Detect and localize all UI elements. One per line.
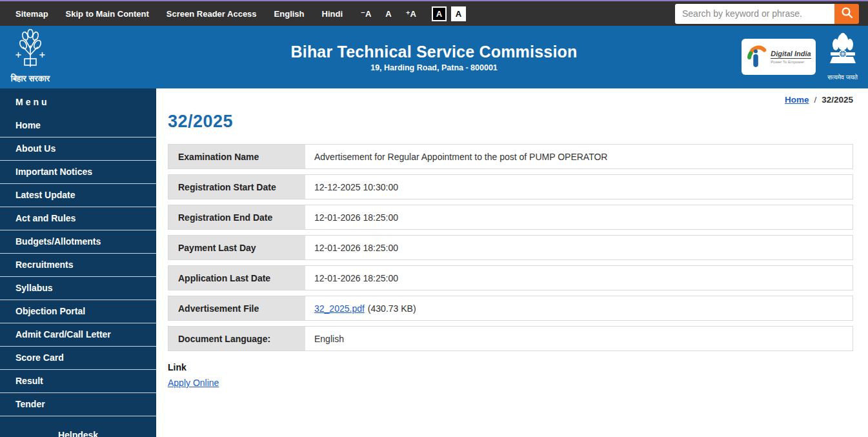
detail-label: Registration End Date: [168, 205, 305, 229]
detail-label: Registration Start Date: [168, 175, 305, 199]
header-right-logos: Digital India Power To Empower: [742, 32, 858, 81]
detail-value: 12-01-2026 18:25:00: [305, 205, 853, 229]
detail-value: English: [305, 327, 853, 351]
site-search: [675, 4, 859, 24]
sidebar-item[interactable]: Objection Portal: [0, 300, 156, 323]
site-title: Bihar Technical Service Commission: [0, 43, 868, 61]
topbar-link[interactable]: Sitemap: [15, 9, 48, 19]
detail-value-text: 12-01-2026 18:25:00: [314, 273, 398, 283]
detail-label: Document Language:: [168, 327, 305, 351]
main-content: Home / 32/2025 32/2025 Examination Name …: [156, 88, 868, 437]
menu-heading: Menu: [0, 88, 156, 114]
sidebar: Menu Home About Us Important Notices Lat…: [0, 88, 156, 437]
sidebar-item[interactable]: Budgets/Allotments: [0, 230, 156, 254]
detail-value: Advertisement for Regular Appointment to…: [305, 145, 853, 168]
digital-india-title: Digital India: [771, 50, 811, 59]
dark-theme-toggle[interactable]: A: [432, 6, 447, 21]
file-size-text: (430.73 KB): [368, 303, 416, 314]
sidebar-item[interactable]: Home: [0, 114, 156, 137]
detail-value-text: 12-01-2026 18:25:00: [314, 212, 398, 223]
sidebar-menu: Home About Us Important Notices Latest U…: [0, 114, 156, 416]
detail-row: Advertisement File 32_2025.pdf (430.73 K…: [168, 296, 853, 321]
topbar-link[interactable]: Hindi: [322, 9, 343, 19]
detail-row: Registration Start Date 12-12-2025 10:30…: [168, 174, 853, 199]
detail-value: 12-01-2026 18:25:00: [305, 266, 853, 290]
search-input[interactable]: [675, 4, 834, 24]
detail-value-text: 12-12-2025 10:30:00: [314, 182, 398, 192]
font-size-controls: ⁻AA⁺A: [361, 9, 416, 19]
detail-label: Payment Last Day: [168, 236, 305, 259]
ashoka-emblem-icon: [828, 61, 858, 72]
detail-row: Document Language: English: [168, 326, 853, 351]
detail-value: 12-01-2026 18:25:00: [305, 236, 853, 259]
detail-value: 12-12-2025 10:30:00: [305, 175, 853, 199]
header-titles: Bihar Technical Service Commission 19, H…: [0, 43, 868, 72]
sidebar-item[interactable]: About Us: [0, 137, 156, 161]
sidebar-item[interactable]: Result: [0, 370, 156, 393]
topbar-link[interactable]: Skip to Main Content: [66, 9, 149, 19]
detail-row: Application Last Date 12-01-2026 18:25:0…: [168, 265, 853, 290]
sidebar-item[interactable]: Latest Update: [0, 184, 156, 207]
topbar-links: SitemapSkip to Main ContentScreen Reader…: [15, 9, 343, 19]
site-address: 19, Harding Road, Patna - 800001: [0, 63, 868, 72]
breadcrumb-current: 32/2025: [822, 95, 853, 105]
exam-details-table: Examination Name Advertisement for Regul…: [168, 144, 853, 351]
bihar-tree-emblem-icon: [10, 61, 50, 72]
link-section: Link Apply Online: [168, 362, 853, 389]
detail-row: Registration End Date 12-01-2026 18:25:0…: [168, 205, 853, 230]
font-size-control[interactable]: ⁺A: [406, 9, 416, 19]
theme-toggles: A A: [432, 6, 466, 21]
bihar-logo-caption: बिहार सरकार: [10, 74, 50, 84]
font-size-control[interactable]: ⁻A: [361, 9, 371, 19]
detail-value: 32_2025.pdf (430.73 KB): [305, 296, 853, 320]
top-utility-bar: SitemapSkip to Main ContentScreen Reader…: [0, 0, 868, 26]
page-title: 32/2025: [168, 112, 853, 132]
sidebar-item[interactable]: Recruitments: [0, 254, 156, 277]
sidebar-item[interactable]: Important Notices: [0, 161, 156, 184]
breadcrumb: Home / 32/2025: [168, 88, 853, 105]
detail-value-text: 12-01-2026 18:25:00: [314, 243, 398, 253]
digital-india-tagline: Power To Empower: [771, 60, 811, 64]
sidebar-item[interactable]: Score Card: [0, 347, 156, 370]
bihar-government-logo: बिहार सरकार: [10, 29, 50, 84]
detail-value-text: English: [314, 334, 344, 344]
digital-india-text: Digital India Power To Empower: [771, 50, 811, 64]
sidebar-item[interactable]: Tender: [0, 393, 156, 416]
detail-label: Examination Name: [168, 145, 305, 168]
link-heading: Link: [168, 362, 853, 372]
breadcrumb-home-link[interactable]: Home: [785, 95, 809, 105]
search-icon: [841, 6, 853, 21]
detail-label: Advertisement File: [168, 296, 305, 320]
apply-online-link[interactable]: Apply Online: [168, 378, 219, 388]
search-button[interactable]: [834, 4, 859, 24]
digital-india-logo: Digital India Power To Empower: [742, 39, 816, 75]
font-size-control[interactable]: A: [385, 9, 391, 19]
emblem-caption: सत्यमेव जयते: [827, 74, 858, 81]
detail-row: Payment Last Day 12-01-2026 18:25:00: [168, 235, 853, 260]
helpdesk-heading[interactable]: Helpdesk: [0, 416, 156, 437]
digital-india-icon: [746, 42, 767, 72]
sidebar-item[interactable]: Syllabus: [0, 277, 156, 300]
topbar-link[interactable]: Screen Reader Access: [167, 9, 257, 19]
detail-value-text: Advertisement for Regular Appointment to…: [314, 152, 607, 162]
sidebar-item[interactable]: Act and Rules: [0, 207, 156, 230]
detail-row: Examination Name Advertisement for Regul…: [168, 144, 853, 169]
topbar-link[interactable]: English: [274, 9, 305, 19]
site-header: बिहार सरकार Bihar Technical Service Comm…: [0, 26, 868, 88]
light-theme-toggle[interactable]: A: [451, 6, 466, 21]
detail-label: Application Last Date: [168, 266, 305, 290]
national-emblem: सत्यमेव जयते: [827, 32, 858, 81]
page-body: Menu Home About Us Important Notices Lat…: [0, 88, 868, 437]
breadcrumb-separator: /: [814, 95, 816, 105]
sidebar-item[interactable]: Admit Card/Call Letter: [0, 323, 156, 347]
advertisement-file-link[interactable]: 32_2025.pdf: [314, 303, 365, 314]
